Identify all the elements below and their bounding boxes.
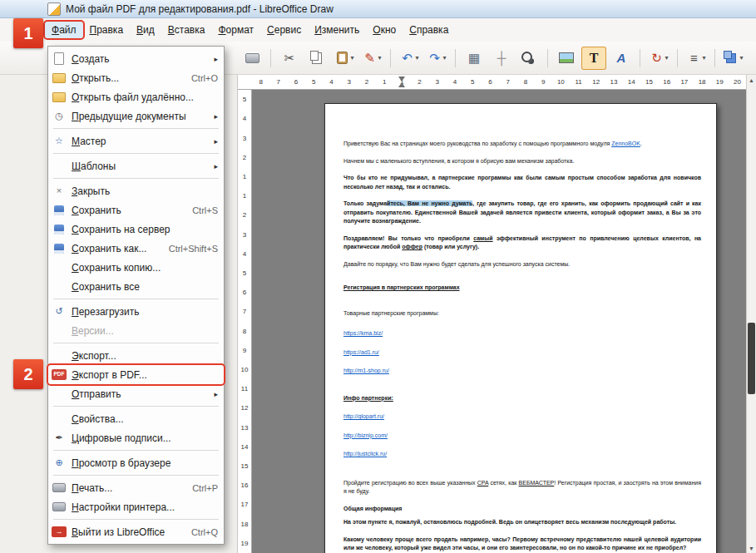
- file-menu-item-цифровые-подписи-[interactable]: ✒Цифровые подписи...: [48, 428, 224, 447]
- print-button[interactable]: [240, 47, 264, 70]
- file-menu-item-экспорт-[interactable]: Экспорт...: [48, 346, 224, 365]
- paragraph-text: Давайте по порядку, что Вам нужно будет …: [343, 261, 570, 267]
- menubar-item-Вид[interactable]: Вид: [130, 22, 161, 38]
- file-menu-item-открыть-[interactable]: Открыть...Ctrl+O: [48, 68, 224, 87]
- file-menu-item-сохранить-на-сервер[interactable]: Сохранить на сервер: [48, 220, 224, 239]
- dropdown-caret-icon[interactable]: ▾: [350, 54, 353, 62]
- rotate-button[interactable]: ↻▾: [646, 47, 671, 70]
- signature-icon: ✒: [52, 432, 67, 445]
- menubar-item-Вставка[interactable]: Вставка: [161, 22, 212, 38]
- file-menu-item-закрыть[interactable]: ×Закрыть: [48, 181, 224, 200]
- file-menu-item-сохранить-копию-[interactable]: Сохранить копию...: [48, 258, 224, 277]
- dropdown-caret-icon[interactable]: ▾: [702, 54, 705, 62]
- menubar-item-Изменить[interactable]: Изменить: [308, 22, 366, 38]
- vertical-scrollbar[interactable]: ▲ ▼: [746, 75, 756, 553]
- file-menu-item-печать-[interactable]: Печать...Ctrl+P: [48, 478, 224, 497]
- menu-item-label: Предыдущие документы: [72, 111, 209, 122]
- dropdown-caret-icon[interactable]: ▾: [378, 54, 381, 62]
- cut-button[interactable]: ✂: [277, 47, 302, 70]
- arrange-button[interactable]: ▾: [721, 47, 746, 70]
- undo-icon: ↶: [399, 51, 414, 66]
- fontwork-button[interactable]: A: [609, 47, 634, 70]
- ruler-number: 7: [269, 78, 287, 86]
- file-menu-item-сохранить-как-[interactable]: Сохранить как...Ctrl+Shift+S: [48, 239, 224, 258]
- file-menu-item-свойства-[interactable]: Свойства...: [48, 409, 224, 428]
- wizard-icon: ☆: [52, 135, 67, 148]
- hyperlink-text[interactable]: http://m1-shop.ru/: [343, 368, 389, 373]
- file-menu-item-экспорт-в-pdf-[interactable]: PDFЭкспорт в PDF...: [48, 365, 224, 384]
- helplines-button[interactable]: ┼: [489, 47, 514, 70]
- align-objects-button[interactable]: ≡▾: [684, 47, 709, 70]
- ruler-corner: [238, 75, 252, 90]
- ruler-number: 18: [693, 78, 710, 86]
- hyperlink-text[interactable]: https://kma.biz/: [343, 330, 383, 336]
- menu-separator: [53, 406, 219, 407]
- menu-icon-spacer: [52, 160, 67, 173]
- ruler-number: 6: [482, 78, 499, 86]
- folder-icon: [52, 91, 67, 104]
- paragraph-text: Какому человеку проще всего продать напр…: [343, 536, 701, 551]
- title-bar[interactable]: Мой файл PDF для редактирования.pdf - Li…: [0, 0, 756, 18]
- horizontal-ruler: 876543211234567891011121314151617181920: [252, 75, 746, 90]
- dropdown-caret-icon[interactable]: ▾: [442, 54, 446, 62]
- display-grid-button[interactable]: ▦: [462, 47, 487, 70]
- insert-text-box-button[interactable]: T: [581, 47, 606, 70]
- drawing-canvas[interactable]: Приветствую Вас на страницах моего руков…: [252, 90, 746, 553]
- ruler-number: 2: [411, 78, 428, 86]
- file-menu-item-сохранить[interactable]: СохранитьCtrl+S: [48, 200, 224, 220]
- dropdown-caret-icon[interactable]: ▾: [739, 54, 743, 62]
- file-menu-item-создать[interactable]: Создать▸: [48, 49, 224, 68]
- menubar-item-Окно[interactable]: Окно: [366, 22, 403, 38]
- file-menu-item-открыть-файл-удалённо-[interactable]: Открыть файл удалённо...: [48, 87, 224, 106]
- file-menu-item-мастер[interactable]: ☆Мастер▸: [48, 131, 224, 151]
- scroll-up-button[interactable]: ▲: [747, 75, 756, 85]
- insert-image-icon: [559, 51, 574, 66]
- file-menu-item-предыдущие-документы[interactable]: ◷Предыдущие документы▸: [48, 106, 224, 126]
- hyperlink-text[interactable]: http://glopart.ru/: [343, 413, 384, 419]
- ruler-number: 20: [729, 78, 746, 86]
- dropdown-caret-icon[interactable]: ▾: [665, 54, 668, 62]
- hyperlink-text[interactable]: http://justclick.ru/: [343, 451, 387, 457]
- file-menu-item-отправить[interactable]: Отправить▸: [48, 384, 224, 403]
- menubar-item-Сервис[interactable]: Сервис: [260, 22, 308, 38]
- file-menu-item-шаблоны[interactable]: Шаблоны▸: [48, 156, 224, 175]
- hyperlink-text[interactable]: http://biznip.com/: [343, 432, 388, 438]
- file-menu-item-перезагрузить[interactable]: ↺Перезагрузить: [48, 302, 224, 321]
- close-icon: ×: [52, 185, 67, 198]
- zoom-button[interactable]: [516, 47, 541, 70]
- copy-button[interactable]: [304, 47, 329, 70]
- menu-item-label: Версии...: [72, 325, 218, 337]
- scroll-thumb[interactable]: [748, 323, 755, 394]
- indent-marker-icon[interactable]: [398, 77, 405, 81]
- ruler-number: 10: [238, 360, 251, 379]
- menubar-item-Справка[interactable]: Справка: [403, 22, 455, 38]
- hyperlink-text[interactable]: ZennoBOK: [611, 141, 640, 146]
- file-menu-item-выйти-из-libreoffice[interactable]: →Выйти из LibreOfficeCtrl+Q: [48, 522, 224, 541]
- menubar-item-Формат[interactable]: Формат: [211, 22, 260, 38]
- paste-button[interactable]: ▾: [332, 47, 357, 70]
- scroll-down-button[interactable]: ▼: [747, 543, 756, 553]
- insert-image-button[interactable]: [554, 47, 579, 70]
- ruler-number: 4: [238, 109, 251, 128]
- ruler-number: 4: [323, 78, 340, 86]
- hyperlink-text[interactable]: https://ad1.ru/: [343, 349, 379, 355]
- menubar-item-Правка[interactable]: Правка: [83, 22, 131, 38]
- undo-button[interactable]: ↶▾: [397, 47, 422, 70]
- document-paragraph: Общая информация: [343, 505, 701, 514]
- menu-item-label: Просмотр в браузере: [72, 457, 218, 469]
- menubar-item-Файл[interactable]: Файл: [45, 22, 83, 38]
- file-menu-item-просмотр-в-браузере[interactable]: ⊕Просмотр в браузере: [48, 453, 224, 472]
- redo-button[interactable]: ↷▾: [424, 47, 449, 70]
- ruler-number: 8: [252, 78, 269, 86]
- clone-formatting-button[interactable]: ✎▾: [359, 47, 384, 70]
- step-2-badge: 2: [13, 359, 43, 389]
- dropdown-caret-icon[interactable]: ▾: [415, 54, 418, 62]
- application-window: Мой файл PDF для редактирования.pdf - Li…: [0, 0, 756, 553]
- document-paragraph: Инфо партнерки:: [343, 394, 701, 403]
- ruler-number: 1: [376, 78, 393, 86]
- document-paragraph: Поздравляем! Вы только что приобрели сам…: [343, 235, 701, 252]
- paragraph-text: самый: [473, 235, 492, 241]
- file-menu-item-настройки-принтера-[interactable]: Настройки принтера...: [48, 497, 224, 516]
- file-menu-item-сохранить-все[interactable]: Сохранить все: [48, 277, 224, 296]
- indent-marker-icon[interactable]: [398, 82, 405, 87]
